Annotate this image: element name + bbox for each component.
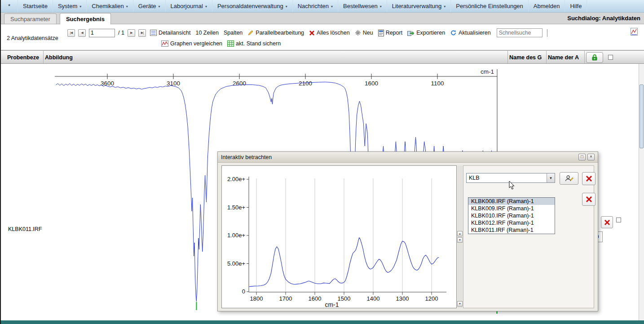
svg-text:3100: 3100 <box>167 80 180 87</box>
menu-item-nachrichten[interactable]: Nachrichten▾ <box>293 0 338 12</box>
home-star-menu-item[interactable]: * <box>1 0 18 12</box>
save-state-grid-icon <box>227 40 234 47</box>
dropdown-item[interactable]: KLBK010.IRF (Raman)-1 <box>468 212 555 219</box>
svg-text:1.50e+: 1.50e+ <box>227 204 245 211</box>
menu-item-pers-nliche-einstellungen[interactable]: Persönliche Einstellungen <box>451 0 529 12</box>
tab-suchparameter[interactable]: Suchparameter <box>4 13 57 24</box>
results-table-header: Probenbeze Abbildung Name des G Name der… <box>1 50 644 64</box>
row-select-checkbox[interactable] <box>616 217 621 222</box>
dialog-right-panel: KLB ▼ KLBK008.IRF (Raman)-1KLBK009.IRF (… <box>463 165 594 308</box>
mini-chart-corner-button[interactable] <box>631 28 638 37</box>
red-x-icon <box>604 219 610 226</box>
column-divider <box>584 51 585 63</box>
export-button[interactable]: Exportieren <box>406 29 446 36</box>
refresh-button[interactable]: Aktualisieren <box>449 29 492 36</box>
spectrum-combobox[interactable]: KLB ▼ <box>466 173 555 183</box>
page-number-input[interactable] <box>89 29 115 37</box>
compare-graphs-button[interactable]: Graphen vergleichen <box>160 40 223 47</box>
svg-text:2.00e+: 2.00e+ <box>227 176 245 182</box>
menu-item-abmelden[interactable]: Abmelden <box>529 0 565 12</box>
dialog-title: Interaktiv betrachten <box>221 154 577 160</box>
toolbar-row-2: Graphen vergleichen akt. Stand sichern <box>160 40 282 47</box>
svg-text:1100: 1100 <box>431 80 444 87</box>
dropdown-item[interactable]: KLBK011.IRF (Raman)-1 <box>468 226 555 234</box>
menubar-items: StartseiteSystem▾Chemikalien▾Geräte▾Labo… <box>18 0 644 12</box>
quick-search-input[interactable] <box>497 28 543 37</box>
green-lock-icon <box>591 54 598 61</box>
svg-text:1600: 1600 <box>365 80 378 87</box>
row-delete-button[interactable] <box>601 216 613 228</box>
svg-text:cm-1: cm-1 <box>325 301 339 308</box>
save-current-state-button[interactable]: akt. Stand sichern <box>226 40 282 47</box>
dropdown-item[interactable]: KLBK008.IRF (Raman)-1 <box>468 198 555 205</box>
scroll-down-button[interactable]: ▼ <box>457 301 463 306</box>
rows-per-page-button[interactable]: 10 Zeilen <box>194 29 219 36</box>
scrollbar-thumb[interactable] <box>640 84 644 148</box>
remove-spectrum-button[interactable] <box>582 172 595 185</box>
first-page-button[interactable]: |◀ <box>67 29 75 37</box>
dropdown-item[interactable]: KLBK012.IRF (Raman)-1 <box>468 219 555 226</box>
chevron-down-icon[interactable]: ▼ <box>547 173 555 182</box>
tab-bar: Suchparameter Suchergebnis Suchdialog: A… <box>1 13 644 24</box>
raman-chart-panel[interactable]: 05.00e+1.00e+1.50e+2.00e+180017001600150… <box>221 165 457 308</box>
vertical-scrollbar[interactable] <box>639 64 644 320</box>
chevron-down-icon: ▾ <box>159 4 160 9</box>
column-divider <box>546 51 547 63</box>
menu-item-personaldatenverwaltung[interactable]: Personaldatenverwaltung▾ <box>212 0 293 12</box>
dialog-scroll-strip: ▲ ▼ ▼ <box>457 165 463 308</box>
export-arrow-icon <box>407 30 415 36</box>
menu-item-chemikalien[interactable]: Chemikalien▾ <box>87 0 133 12</box>
new-sparkle-icon <box>355 30 361 36</box>
svg-text:1300: 1300 <box>396 295 409 302</box>
scroll-up-button[interactable]: ▲ <box>457 231 463 236</box>
menu-item-bestellwesen[interactable]: Bestellwesen▾ <box>338 0 387 12</box>
svg-text:1500: 1500 <box>338 295 351 302</box>
prev-page-button[interactable]: ◀ <box>78 29 86 37</box>
chevron-down-icon: ▾ <box>79 4 81 9</box>
dropdown-item[interactable]: KLBK009.IRF (Raman)-1 <box>468 205 555 212</box>
edit-user-graph-button[interactable] <box>560 172 578 185</box>
new-record-button[interactable]: Neu <box>354 29 374 36</box>
menu-item-hilfe[interactable]: Hilfe <box>565 0 587 12</box>
menu-item-system[interactable]: System▾ <box>53 0 87 12</box>
remove-spectrum-button-2[interactable] <box>582 193 595 206</box>
dialog-titlebar[interactable]: Interaktiv betrachten □ × <box>218 152 598 163</box>
chevron-down-icon: ▾ <box>286 4 287 9</box>
menu-item-startseite[interactable]: Startseite <box>18 0 53 12</box>
select-all-checkbox[interactable] <box>608 55 613 60</box>
lock-columns-button[interactable] <box>586 52 603 63</box>
column-header-abbildung[interactable]: Abbildung <box>45 54 73 61</box>
column-header-name-des-g[interactable]: Name des G <box>509 54 545 61</box>
svg-text:0: 0 <box>242 288 245 295</box>
svg-text:2100: 2100 <box>299 80 312 87</box>
svg-text:1.00e+: 1.00e+ <box>227 232 245 239</box>
delete-all-button[interactable]: Alles löschen <box>308 29 351 36</box>
report-button[interactable]: Report <box>377 29 404 37</box>
pencil-icon <box>247 30 254 36</box>
dialog-close-button[interactable]: × <box>587 154 595 160</box>
chevron-down-icon: ▾ <box>205 4 207 9</box>
parallel-edit-button[interactable]: Parallelbearbeitung <box>247 29 305 36</box>
chevron-down-icon: ▾ <box>126 4 128 9</box>
column-header-name-der-a[interactable]: Name der A <box>548 54 584 61</box>
toolbar: 2 Analytikdatensätze |◀ ◀ / 1 ▶ ▶| Detai… <box>1 24 644 50</box>
refresh-circular-arrows-icon <box>450 30 457 36</box>
svg-text:2600: 2600 <box>233 80 246 87</box>
tab-suchergebnis[interactable]: Suchergebnis <box>60 13 111 24</box>
chevron-down-icon: ▾ <box>444 4 446 9</box>
dialog-restore-button[interactable]: □ <box>578 154 586 160</box>
menu-item-laborjournal[interactable]: Laborjournal▾ <box>166 0 212 12</box>
svg-text:1800: 1800 <box>250 295 263 302</box>
red-x-icon <box>586 196 592 203</box>
next-page-button[interactable]: ▶ <box>128 29 135 37</box>
last-page-button[interactable]: ▶| <box>138 29 146 37</box>
svg-text:1400: 1400 <box>367 295 380 302</box>
detail-view-button[interactable]: Detailansicht <box>149 29 192 36</box>
menu-item-literaturverwaltung[interactable]: Literaturverwaltung▾ <box>387 0 451 12</box>
columns-button[interactable]: Spalten <box>223 29 243 36</box>
column-header-probenbezeichnung[interactable]: Probenbeze <box>7 54 43 61</box>
scroll-down-button[interactable]: ▼ <box>457 237 463 243</box>
report-document-icon <box>378 30 384 36</box>
svg-text:1600: 1600 <box>309 295 322 302</box>
menu-item-ger-te[interactable]: Geräte▾ <box>133 0 166 12</box>
